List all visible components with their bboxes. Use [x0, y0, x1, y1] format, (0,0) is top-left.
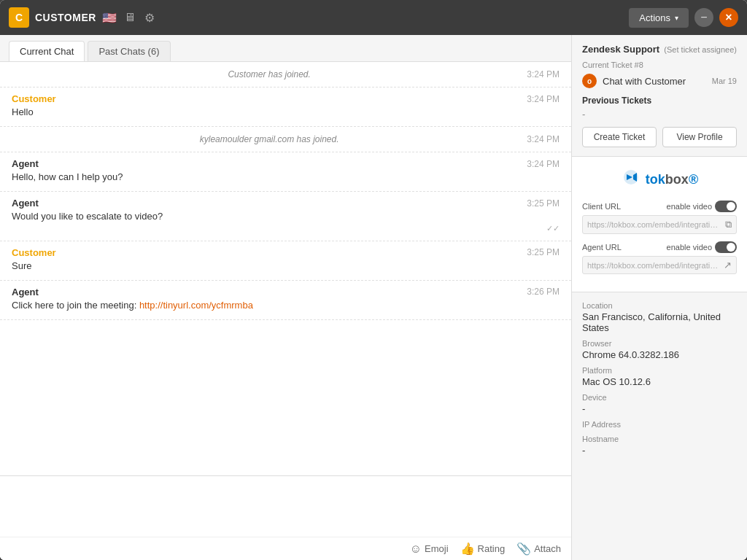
browser-row: Browser Chrome 64.0.3282.186: [582, 339, 737, 360]
system-text: Customer has joined.: [12, 69, 527, 79]
agent-url-label: Agent URL: [582, 243, 622, 252]
close-button[interactable]: ×: [719, 8, 738, 27]
platform-row: Platform Mac OS 10.12.6: [582, 366, 737, 387]
message-text: Hello, how can I help you?: [12, 171, 560, 184]
message-block: Customer 3:25 PM Sure: [0, 241, 571, 281]
emoji-button[interactable]: ☺ Emoji: [410, 542, 449, 556]
message-text: Would you like to escalate to video?: [12, 210, 560, 223]
client-url-label: Client URL: [582, 202, 621, 211]
create-ticket-button[interactable]: Create Ticket: [582, 127, 657, 147]
customer-avatar: C: [9, 7, 29, 28]
platform-value: Mac OS 10.12.6: [582, 376, 737, 387]
chat-input-area: ☺ Emoji 👍 Rating 📎 Attach: [0, 475, 571, 560]
message-text: Sure: [12, 260, 560, 273]
message-block: Agent 3:24 PM Hello, how can I help you?: [0, 152, 571, 192]
system-message: Customer has joined. 3:24 PM: [0, 62, 571, 88]
settings-icon[interactable]: ⚙: [143, 9, 156, 26]
attach-label: Attach: [534, 543, 561, 554]
message-block: Agent 3:26 PM Click here to join the mee…: [0, 281, 571, 320]
browser-value: Chrome 64.0.3282.186: [582, 349, 737, 360]
monitor-icon[interactable]: 🖥: [123, 9, 137, 26]
client-url-header: Client URL enable video: [582, 201, 737, 212]
location-label: Location: [582, 301, 737, 310]
minimize-button[interactable]: −: [694, 8, 713, 27]
header-title: CUSTOMER: [35, 12, 96, 23]
message-time: 3:25 PM: [527, 198, 560, 209]
set-assignee-link[interactable]: (Set ticket assignee): [664, 45, 737, 54]
avatar-initial: C: [15, 12, 23, 23]
system-time: 3:24 PM: [527, 134, 560, 144]
client-url-input-row: https://tokbox.com/embed/integration/s ⧉: [582, 215, 737, 234]
header: C CUSTOMER 🇺🇸 🖥 ⚙ Actions − ×: [0, 0, 747, 35]
current-ticket-label: Current Ticket #8: [582, 61, 737, 69]
message-text: Hello: [12, 106, 560, 119]
message-time: 3:26 PM: [527, 287, 560, 297]
attach-button[interactable]: 📎 Attach: [516, 542, 561, 556]
message-author: Customer: [12, 247, 56, 258]
tokbox-logo-text: tokbox®: [646, 172, 698, 187]
ticket-badge: o: [582, 74, 597, 88]
message-author: Agent: [12, 287, 39, 298]
actions-button[interactable]: Actions: [629, 8, 689, 28]
previous-tickets-value: -: [582, 109, 737, 120]
tab-current-chat[interactable]: Current Chat: [9, 41, 85, 61]
read-indicator: ✓✓: [12, 224, 560, 233]
zendesk-section: Zendesk Support (Set ticket assignee) Cu…: [572, 35, 747, 157]
copy-icon[interactable]: ⧉: [725, 219, 732, 230]
main-content: Current Chat Past Chats (6) Customer has…: [0, 35, 747, 560]
chat-messages[interactable]: Customer has joined. 3:24 PM Customer 3:…: [0, 62, 571, 475]
meeting-link[interactable]: http://tinyurl.com/ycfmrmba: [139, 300, 253, 311]
location-value: San Francisco, California, United States: [582, 311, 737, 333]
ip-row: IP Address: [582, 420, 737, 429]
client-url-row: Client URL enable video https://tokbox.c…: [582, 201, 737, 234]
emoji-icon: ☺: [410, 542, 422, 556]
agent-url-header: Agent URL enable video: [582, 241, 737, 253]
emoji-label: Emoji: [425, 543, 449, 554]
view-profile-button[interactable]: View Profile: [662, 127, 737, 147]
device-value: -: [582, 403, 737, 414]
previous-tickets-label: Previous Tickets: [582, 96, 737, 106]
info-section: Location San Francisco, California, Unit…: [572, 292, 747, 470]
tokbox-section: tokbox® Client URL enable video https://…: [572, 157, 747, 292]
sidebar-buttons: Create Ticket View Profile: [582, 127, 737, 147]
message-block: Agent 3:25 PM Would you like to escalate…: [0, 192, 571, 241]
message-author: Agent: [12, 198, 39, 209]
system-text: kyleamoulder gmail.com has joined.: [12, 134, 527, 144]
message-block: Customer 3:24 PM Hello: [0, 88, 571, 127]
zendesk-header: Zendesk Support (Set ticket assignee): [582, 44, 737, 55]
flag-icon: 🇺🇸: [102, 11, 117, 25]
message-time: 3:24 PM: [527, 159, 560, 169]
message-time: 3:25 PM: [527, 247, 560, 257]
location-row: Location San Francisco, California, Unit…: [582, 301, 737, 333]
zendesk-title: Zendesk Support: [582, 44, 659, 55]
agent-url-row: Agent URL enable video https://tokbox.co…: [582, 241, 737, 274]
message-header: Agent 3:26 PM: [12, 287, 560, 298]
system-time: 3:24 PM: [527, 69, 560, 79]
external-link-icon[interactable]: ↗: [724, 260, 732, 271]
hostname-label: Hostname: [582, 435, 737, 443]
agent-url-input-row: https://tokbox.com/embed/integration/s ↗: [582, 256, 737, 274]
message-header: Agent 3:25 PM: [12, 198, 560, 209]
client-video-toggle[interactable]: [715, 201, 737, 212]
rating-label: Rating: [478, 543, 506, 554]
chat-input[interactable]: [0, 476, 571, 534]
app-window: C CUSTOMER 🇺🇸 🖥 ⚙ Actions − × Current Ch…: [0, 0, 747, 560]
message-time: 3:24 PM: [527, 94, 560, 104]
message-header: Customer 3:24 PM: [12, 93, 560, 104]
tab-past-chats[interactable]: Past Chats (6): [88, 41, 170, 61]
message-author: Agent: [12, 158, 39, 169]
agent-video-toggle[interactable]: [715, 241, 737, 253]
enable-video-label: enable video: [667, 202, 712, 211]
agent-url-text: https://tokbox.com/embed/integration/s: [587, 261, 721, 270]
tokbox-icon: [621, 167, 641, 192]
header-left: C CUSTOMER 🇺🇸 🖥 ⚙: [9, 7, 156, 28]
ip-label: IP Address: [582, 420, 737, 429]
attach-icon: 📎: [516, 542, 531, 556]
right-sidebar: Zendesk Support (Set ticket assignee) Cu…: [572, 35, 747, 560]
rating-button[interactable]: 👍 Rating: [460, 542, 506, 556]
system-message: kyleamoulder gmail.com has joined. 3:24 …: [0, 127, 571, 152]
ticket-name: Chat with Customer: [603, 76, 706, 87]
chat-toolbar: ☺ Emoji 👍 Rating 📎 Attach: [0, 537, 571, 560]
message-author: Customer: [12, 93, 56, 104]
device-label: Device: [582, 393, 737, 402]
